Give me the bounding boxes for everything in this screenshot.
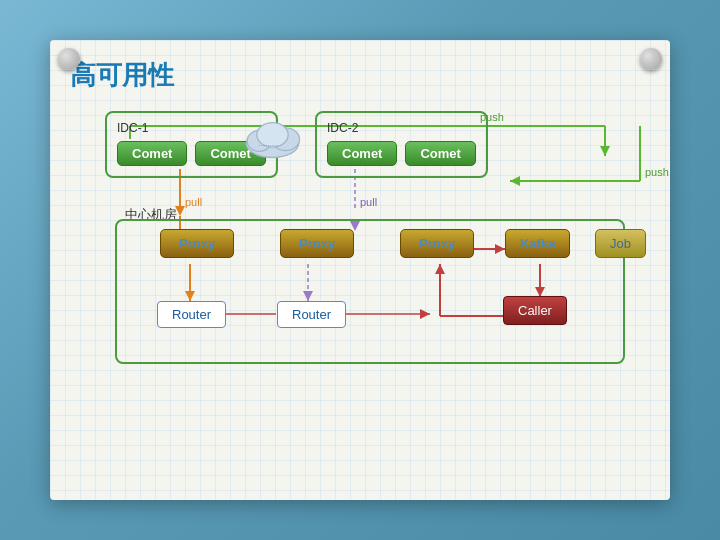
idc1-comet-1: Comet (117, 141, 187, 166)
push-label-2: push (645, 166, 669, 178)
svg-marker-2 (600, 146, 610, 156)
cloud-icon: ......... (235, 113, 310, 161)
proxy2-node: Proxy (280, 229, 354, 258)
pull-label-2: pull (360, 196, 377, 208)
pin-top-right (640, 48, 662, 70)
caller-node: Caller (503, 296, 567, 325)
idc2-comet-2: Comet (405, 141, 475, 166)
proxy3-node: Proxy (400, 229, 474, 258)
page-title: 高可用性 (50, 40, 670, 101)
pull-label-1: pull (185, 196, 202, 208)
idc2-label: IDC-2 (327, 121, 476, 135)
idc2-comet-1: Comet (327, 141, 397, 166)
pin-top-left (58, 48, 80, 70)
idc2-nodes: Comet Comet (327, 141, 476, 166)
diagram-area: push push pull pull (50, 101, 670, 481)
job-node: Job (595, 229, 646, 258)
router1-node: Router (157, 301, 226, 328)
svg-text:.........: ......... (259, 139, 279, 148)
kafka-node: Kafka (505, 229, 570, 258)
idc2-box: IDC-2 Comet Comet (315, 111, 488, 178)
router2-node: Router (277, 301, 346, 328)
proxy1-node: Proxy (160, 229, 234, 258)
svg-marker-5 (510, 176, 520, 186)
cloud-container: ......... (235, 113, 310, 165)
paper: 高可用性 push push pull (50, 40, 670, 500)
